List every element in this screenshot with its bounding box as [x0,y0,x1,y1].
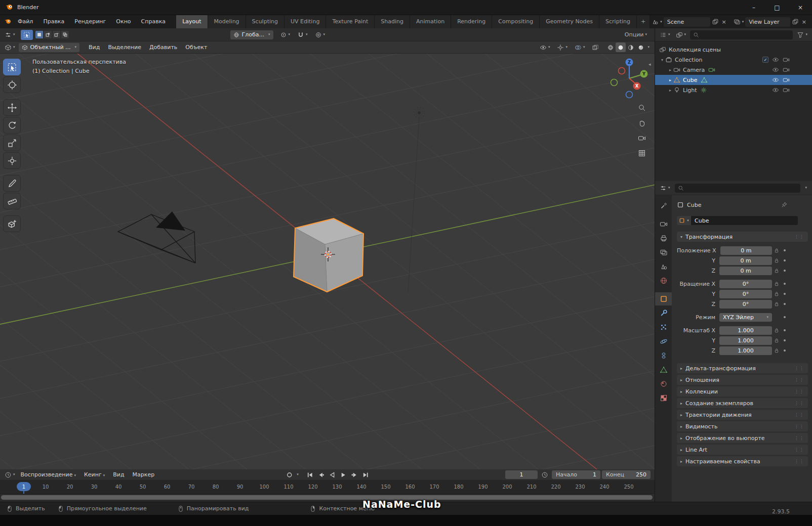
tool-select-box[interactable] [3,59,21,75]
active-tool-select-box[interactable] [21,30,33,40]
shading-options-chevron[interactable]: ▾ [647,46,649,49]
scene-browse-button[interactable]: ▾ [650,17,664,27]
overlays-dropdown[interactable]: ▾ [573,42,587,52]
disable-render-camera-icon[interactable] [783,86,790,94]
auto-keyframe-record-button[interactable] [284,470,294,479]
frame-start-field[interactable]: Начало1 [552,470,600,479]
animate-dot[interactable] [781,259,788,261]
select-mode-new-button[interactable] [35,30,44,39]
workspace-tab-scripting[interactable]: Scripting [599,15,637,28]
outliner-row-light[interactable]: ▸ Light [655,85,812,95]
animate-dot[interactable] [781,270,788,272]
scale-x-field[interactable]: 1.000 [719,326,772,335]
menu-timeline-view[interactable]: Вид [109,471,128,478]
menu-select[interactable]: Выделение [104,44,145,51]
section-viewport-display[interactable]: ▸Отображение во вьюпорте⋮⋮ [677,433,808,443]
current-frame-field[interactable]: 1 [505,470,538,479]
workspace-tab-compositing[interactable]: Compositing [492,15,540,28]
drag-handle-icon[interactable]: ⋮⋮ [794,234,804,239]
new-scene-button[interactable] [710,17,720,27]
tool-scale[interactable] [3,135,21,151]
outliner-row-scene-collection[interactable]: Коллекция сцены [655,45,812,55]
close-button[interactable]: × [789,0,812,15]
workspace-tab-shading[interactable]: Shading [375,15,410,28]
select-mode-extend-button[interactable] [44,30,52,39]
viewport-editor-type-button[interactable]: ▾ [3,42,17,52]
outliner-row-collection[interactable]: ▾ Collection ✓ [655,55,812,65]
outliner-row-cube[interactable]: ▸ Cube [655,75,812,85]
breadcrumb-object-name[interactable]: Cube [687,202,701,208]
add-view-layer-button[interactable] [790,17,800,27]
lock-icon[interactable] [772,247,781,253]
workspace-tab-geometry-nodes[interactable]: Geometry Nodes [540,15,599,28]
tab-output[interactable] [655,232,672,245]
section-delta-transform[interactable]: ▸Дельта-трансформация⋮⋮ [677,363,808,373]
scene-selector[interactable]: Scene [664,17,710,27]
view-layer-selector[interactable]: View Layer [745,17,790,27]
unlink-scene-button[interactable]: × [720,17,728,27]
lock-icon[interactable] [772,337,781,343]
lock-icon[interactable] [772,291,781,297]
zoom-icon[interactable] [635,101,648,114]
tab-object[interactable] [655,292,672,305]
shading-rendered-button[interactable] [636,42,646,52]
menu-window[interactable]: Окно [111,15,136,28]
gizmos-dropdown[interactable]: ▾ [555,42,569,52]
tab-physics[interactable] [655,335,672,348]
drag-handle-icon[interactable]: ⋮⋮ [794,447,804,452]
animate-dot[interactable] [781,339,788,341]
tab-modifiers[interactable] [655,306,672,320]
shading-solid-button[interactable] [616,42,626,52]
drag-handle-icon[interactable]: ⋮⋮ [794,377,804,382]
gizmo-y-neg-axis[interactable] [611,79,618,86]
play-button[interactable] [338,470,348,479]
editor-type-button[interactable]: ▾ [3,30,17,39]
frame-end-field[interactable]: Конец250 [602,470,651,479]
properties-search-input[interactable] [675,184,801,193]
section-line-art[interactable]: ▸Line Art⋮⋮ [677,445,808,455]
disclosure-expanded-icon[interactable]: ▾ [659,58,665,62]
menu-marker[interactable]: Маркер [129,471,159,478]
lock-icon[interactable] [772,257,781,264]
tab-world[interactable] [655,274,672,287]
outliner-search-input[interactable] [690,30,793,39]
disable-render-camera-icon[interactable] [783,66,790,73]
camera-object[interactable] [118,211,195,263]
timeline-editor-type-button[interactable]: ▾ [3,470,17,479]
lock-icon[interactable] [772,301,781,307]
hide-eye-icon[interactable] [772,76,779,83]
disclosure-collapsed-icon[interactable]: ▸ [667,78,673,82]
menu-render[interactable]: Рендеринг [69,15,111,28]
drag-handle-icon[interactable]: ⋮⋮ [794,435,804,441]
outliner-row-camera[interactable]: ▸ Camera [655,65,812,75]
tab-render[interactable] [655,217,672,231]
object-name-field[interactable]: Cube [691,216,798,225]
menu-playback[interactable]: Воспроизведение▾ [17,471,80,478]
drag-handle-icon[interactable]: ⋮⋮ [794,424,804,429]
disable-render-camera-icon[interactable] [783,56,790,63]
preview-range-clock-icon[interactable] [540,470,550,479]
remove-view-layer-button[interactable]: × [800,17,808,27]
section-motion-paths[interactable]: ▸Траектории движения⋮⋮ [677,410,808,420]
object-visibility-dropdown[interactable]: ▾ [538,42,552,52]
ortho-grid-icon[interactable] [635,147,648,160]
viewport-3d[interactable]: Z Y X Пользовательская перспектива (1) C… [0,54,655,469]
shading-wireframe-button[interactable] [605,42,616,52]
animate-dot[interactable] [781,316,788,318]
pin-icon[interactable] [781,201,788,208]
menu-object[interactable]: Объект [181,44,211,51]
tool-move[interactable] [3,99,21,116]
menu-help[interactable]: Справка [136,15,171,28]
id-type-dropdown[interactable]: ▾ [677,216,691,225]
menu-edit[interactable]: Правка [38,15,69,28]
proportional-editing-toggle[interactable]: ▾ [313,30,327,39]
xray-toggle[interactable] [590,42,600,52]
jump-to-start-button[interactable] [305,470,315,479]
tool-transform[interactable] [3,152,21,169]
tab-constraints[interactable] [655,349,672,362]
play-reverse-button[interactable] [327,470,337,479]
jump-to-end-button[interactable] [360,470,371,479]
tool-annotate[interactable] [3,175,21,192]
collection-exclude-checkbox[interactable]: ✓ [762,57,768,63]
scale-y-field[interactable]: 1.000 [719,336,772,345]
